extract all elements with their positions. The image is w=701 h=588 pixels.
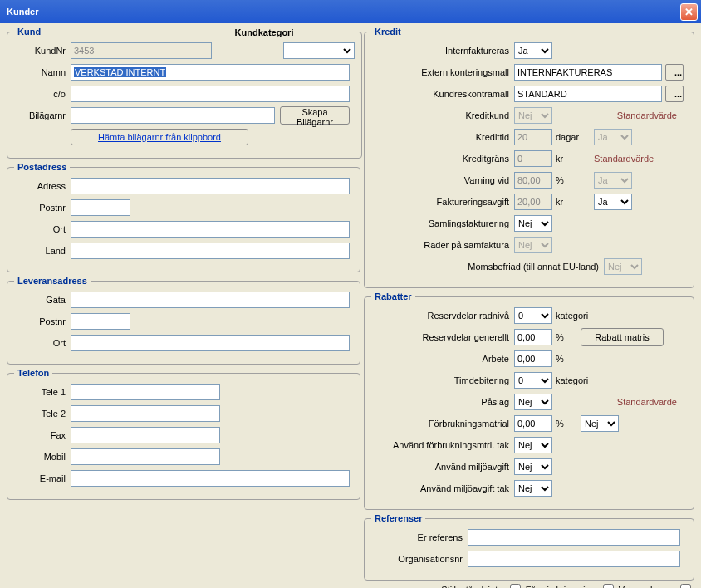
std-label-3: Standardvärde xyxy=(617,397,677,407)
anvand-miljo-tak-label: Använd miljöavgift tak xyxy=(371,483,514,493)
internfaktureras-label: Internfaktureras xyxy=(371,46,514,56)
ort-field[interactable] xyxy=(71,221,350,238)
namn-label: Namn xyxy=(14,67,71,77)
extern-field[interactable] xyxy=(514,64,662,81)
fax-field[interactable] xyxy=(71,427,220,443)
tele1-label: Tele 1 xyxy=(14,387,71,397)
leveransadress-legend: Leveransadress xyxy=(14,276,91,286)
hamta-bilagarnr-button[interactable]: Hämta bilägarnr från klippbord xyxy=(71,129,248,145)
fakturering-label: Faktureringsavgift xyxy=(371,197,514,207)
rabatt-matris-button[interactable]: Rabatt matris xyxy=(581,328,664,346)
tele2-label: Tele 2 xyxy=(14,409,71,419)
kreditkund-label: Kreditkund xyxy=(371,110,514,120)
anvand-miljo-tak-select[interactable]: Nej xyxy=(514,480,552,497)
kund-group: Kund KundNr Kundkategori Namn VERKSTAD I… xyxy=(7,27,362,159)
bilagarnr-field[interactable] xyxy=(71,107,275,124)
kundreskontra-field[interactable] xyxy=(514,86,662,102)
adress-field[interactable] xyxy=(71,178,350,194)
kund-legend: Kund xyxy=(14,27,44,37)
email-field[interactable] xyxy=(71,470,350,487)
skapa-bilagarnr-button[interactable]: Skapa Bilägarnr xyxy=(280,106,350,125)
paslag-label: Påslag xyxy=(371,397,514,407)
title-bar: Kunder ✕ xyxy=(0,0,701,23)
window-title: Kunder xyxy=(7,7,39,17)
namn-field[interactable]: VERKSTAD INTERNT xyxy=(71,64,350,81)
forbruk-label: Förbrukningsmatrial xyxy=(371,419,514,429)
fakturering-std-select[interactable]: Ja xyxy=(594,194,632,210)
bilagarnr-label: Bilägarnr xyxy=(14,110,71,120)
internfaktureras-select[interactable]: Ja xyxy=(514,42,552,59)
lev-postnr-field[interactable] xyxy=(71,313,130,330)
orgnr-label: Organisationsnr xyxy=(371,554,468,564)
fax-label: Fax xyxy=(14,430,71,440)
reservdelar-rad-select[interactable]: 0 xyxy=(514,307,552,324)
anvand-miljo-label: Använd miljöavgift xyxy=(371,462,514,472)
val-skrivare-check[interactable]: Val av skrivare xyxy=(619,584,691,588)
samlings-select[interactable]: Nej xyxy=(514,215,552,232)
stillestand-check[interactable]: Stilleståndsintyg xyxy=(441,584,521,588)
gata-field[interactable] xyxy=(71,292,350,308)
orgnr-field[interactable] xyxy=(468,551,680,567)
std-label-1: Standardvärde xyxy=(617,110,677,120)
extern-lookup-button[interactable]: ... xyxy=(665,64,684,81)
referenser-group: Referenser Er referens Organisationsnr xyxy=(364,513,694,581)
er-referens-field[interactable] xyxy=(468,529,680,546)
varning-field xyxy=(514,172,552,189)
close-icon[interactable]: ✕ xyxy=(680,3,698,21)
moms-label: Momsbefriad (till annat EU-land) xyxy=(371,262,604,272)
rabatter-group: Rabatter Reservdelar radnivå0kategori Re… xyxy=(364,292,694,510)
arbete-label: Arbete xyxy=(371,354,514,364)
check-row: Stilleståndsintyg Får ej skrivas över Va… xyxy=(364,584,694,588)
tele1-field[interactable] xyxy=(71,384,220,400)
kreditgrans-label: Kreditgräns xyxy=(371,154,514,164)
kreditgrans-field xyxy=(514,150,552,167)
email-label: E-mail xyxy=(14,473,71,483)
far-ej-check[interactable]: Får ej skrivas över xyxy=(526,584,614,588)
mobil-field[interactable] xyxy=(71,448,220,465)
referenser-legend: Referenser xyxy=(371,513,425,523)
kredit-legend: Kredit xyxy=(371,27,404,37)
anvand-forbruk-select[interactable]: Nej xyxy=(514,437,552,453)
co-field[interactable] xyxy=(71,86,350,102)
ort-label: Ort xyxy=(14,224,71,234)
land-label: Land xyxy=(14,246,71,256)
timdebitering-label: Timdebitering xyxy=(371,375,514,385)
lev-postnr-label: Postnr xyxy=(14,316,71,326)
reservdelar-rad-label: Reservdelar radnivå xyxy=(371,311,514,321)
postnr-field[interactable] xyxy=(71,199,130,216)
telefon-group: Telefon Tele 1 Tele 2 Fax Mobil E-mail xyxy=(7,368,360,500)
timdebitering-select[interactable]: 0 xyxy=(514,372,552,389)
rader-select: Nej xyxy=(514,237,552,253)
std-label-2: Standardvärde xyxy=(594,154,654,164)
arbete-field[interactable] xyxy=(514,350,552,367)
forbruk-std-select[interactable]: Nej xyxy=(581,415,619,432)
tele2-field[interactable] xyxy=(71,405,220,422)
adress-label: Adress xyxy=(14,181,71,191)
kundnr-label: KundNr xyxy=(14,46,71,56)
postadress-legend: Postadress xyxy=(14,162,70,172)
leveransadress-group: Leveransadress Gata Postnr Ort xyxy=(7,276,360,365)
forbruk-field[interactable] xyxy=(514,415,552,432)
reservdelar-gen-label: Reservdelar generellt xyxy=(371,332,514,342)
varning-label: Varning vid xyxy=(371,175,514,185)
anvand-forbruk-label: Använd förbrukningsmtrl. tak xyxy=(371,440,514,450)
kundnr-field xyxy=(71,42,212,59)
lev-ort-field[interactable] xyxy=(71,335,350,351)
anvand-miljo-select[interactable]: Nej xyxy=(514,458,552,475)
rader-label: Rader på samfaktura xyxy=(371,240,514,250)
kundreskontra-lookup-button[interactable]: ... xyxy=(665,86,684,102)
kreditkund-select: Nej xyxy=(514,107,552,124)
telefon-legend: Telefon xyxy=(14,368,52,378)
kredittid-field xyxy=(514,129,552,145)
land-field[interactable] xyxy=(71,243,350,259)
rabatter-legend: Rabatter xyxy=(371,292,415,301)
fakturering-field xyxy=(514,194,552,210)
postadress-group: Postadress Adress Postnr Ort Land xyxy=(7,162,360,272)
kundkategori-label: Kundkategori xyxy=(228,27,300,37)
mobil-label: Mobil xyxy=(14,452,71,462)
paslag-select[interactable]: Nej xyxy=(514,394,552,410)
er-referens-label: Er referens xyxy=(371,532,468,542)
reservdelar-gen-field[interactable] xyxy=(514,329,552,345)
kundkategori-select[interactable] xyxy=(283,42,355,59)
samlings-label: Samlingsfakturering xyxy=(371,218,514,228)
